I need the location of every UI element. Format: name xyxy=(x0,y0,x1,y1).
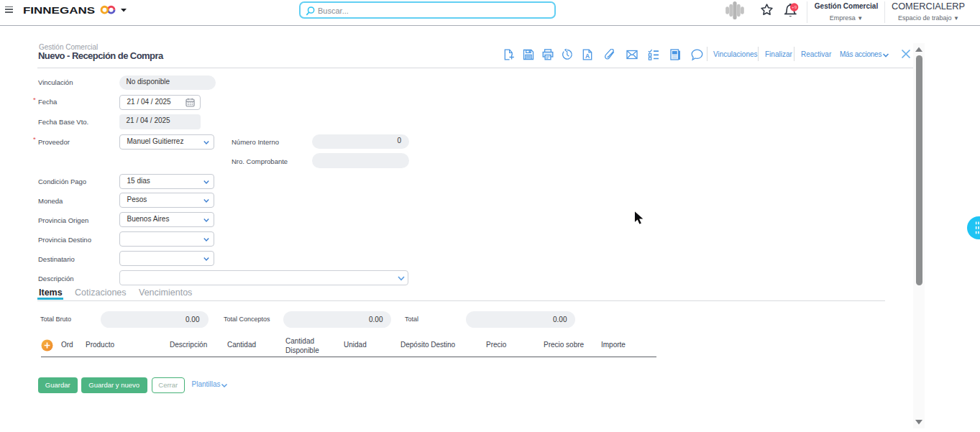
svg-text:FINNEGANS: FINNEGANS xyxy=(23,6,95,16)
svg-text:A: A xyxy=(585,52,590,60)
svg-text:+9: +9 xyxy=(792,4,797,9)
svg-text:COMERCIALERP: COMERCIALERP xyxy=(892,1,965,11)
